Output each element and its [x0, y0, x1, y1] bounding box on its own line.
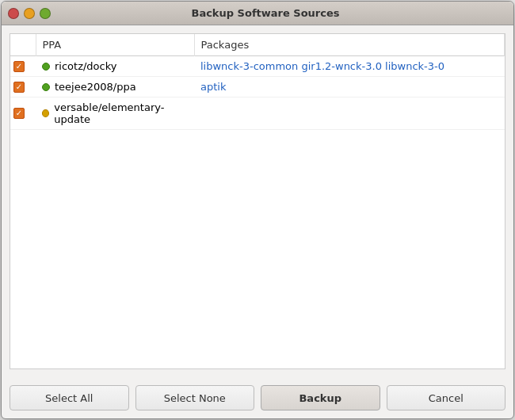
packages-cell: libwnck-3-common gir1.2-wnck-3.0 libwnck…: [194, 56, 505, 77]
table-row[interactable]: teejee2008/ppaaptik: [10, 77, 505, 97]
ppa-cell: ricotz/docky: [36, 56, 194, 77]
ppa-table-container: PPA Packages ricotz/dockylibwnck-3-commo…: [10, 33, 505, 369]
ppa-name: teejee2008/ppa: [55, 81, 136, 93]
titlebar: Backup Software Sources: [2, 2, 513, 25]
main-window: Backup Software Sources PPA Packages ric…: [1, 1, 514, 419]
ppa-name: ricotz/docky: [55, 60, 116, 72]
packages-cell: [194, 97, 505, 130]
table-header-row: PPA Packages: [10, 34, 505, 56]
window-title: Backup Software Sources: [55, 7, 475, 19]
select-all-button[interactable]: Select All: [10, 385, 129, 410]
table-row[interactable]: versable/elementary-update: [10, 97, 505, 130]
table-row[interactable]: ricotz/dockylibwnck-3-common gir1.2-wnck…: [10, 56, 505, 77]
minimize-button[interactable]: [24, 8, 35, 19]
footer: Select All Select None Backup Cancel: [2, 377, 513, 418]
checkbox-cell[interactable]: [10, 97, 36, 130]
packages-text: aptik: [200, 81, 226, 93]
status-dot: [42, 83, 50, 91]
row-checkbox[interactable]: [13, 108, 25, 119]
packages-text: libwnck-3-common gir1.2-wnck-3.0 libwnck…: [200, 60, 444, 72]
ppa-cell: teejee2008/ppa: [36, 77, 194, 97]
col-header-checkbox: [10, 34, 36, 56]
packages-cell: aptik: [194, 77, 505, 97]
col-header-ppa: PPA: [36, 34, 194, 56]
row-checkbox[interactable]: [13, 61, 25, 72]
cancel-button[interactable]: Cancel: [387, 385, 506, 410]
backup-button[interactable]: Backup: [261, 385, 380, 410]
checkbox-cell[interactable]: [10, 56, 36, 77]
checkbox-cell[interactable]: [10, 77, 36, 97]
col-header-packages: Packages: [194, 34, 505, 56]
ppa-table: PPA Packages ricotz/dockylibwnck-3-commo…: [10, 34, 505, 130]
content-area: PPA Packages ricotz/dockylibwnck-3-commo…: [2, 25, 513, 377]
status-dot: [42, 109, 49, 117]
ppa-name: versable/elementary-update: [54, 101, 188, 125]
close-button[interactable]: [8, 8, 19, 19]
table-body: ricotz/dockylibwnck-3-common gir1.2-wnck…: [10, 56, 505, 130]
row-checkbox[interactable]: [13, 82, 25, 93]
status-dot: [42, 63, 50, 71]
maximize-button[interactable]: [40, 8, 51, 19]
ppa-cell: versable/elementary-update: [36, 97, 194, 130]
select-none-button[interactable]: Select None: [135, 385, 255, 410]
